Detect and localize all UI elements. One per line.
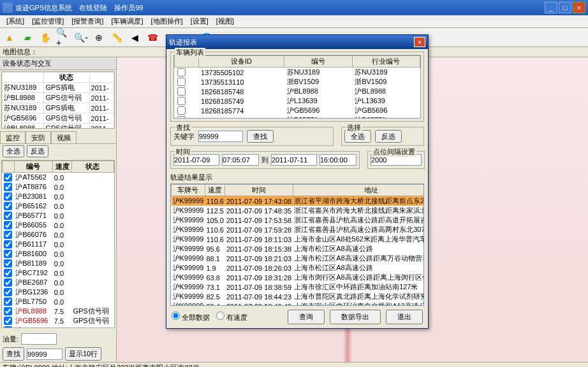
pointer-icon[interactable]: ▲ bbox=[3, 31, 17, 45]
vehicle-row[interactable]: 18268185774沪GB5696沪GB5696 bbox=[175, 106, 420, 115]
result-row[interactable]: 沪K99999110.62011-07-09 18:11:03上海市金山区A8处… bbox=[172, 234, 425, 244]
result-row[interactable]: 沪K99999110.62011-07-09 17:43:08浙江省平湖市跨海大… bbox=[172, 196, 425, 206]
list-item[interactable]: 沪AT88760.0 bbox=[3, 182, 114, 192]
result-row[interactable]: 沪K9999982.52011-07-09 18:44:23上海市普陀区真北路距… bbox=[172, 292, 425, 301]
list-item[interactable]: 沪B611170.0 bbox=[3, 240, 114, 249]
list-item[interactable]: 沪B816000.0 bbox=[3, 249, 114, 259]
measure-icon[interactable]: 📏 bbox=[110, 31, 124, 45]
result-row[interactable]: 沪K9999995.62011-07-09 18:15:38上海市松江区A8高速… bbox=[172, 244, 425, 254]
select-all-button[interactable]: 全选 bbox=[3, 145, 24, 157]
zoom-out-icon[interactable]: 🔍- bbox=[74, 31, 88, 45]
search-button[interactable]: 查找 bbox=[3, 347, 24, 361]
menu-bar: [系统][监控管理][报警查询][车辆调度][地图操作][设置][视图] bbox=[0, 15, 588, 28]
list-item[interactable]: 沪B811890.0 bbox=[3, 259, 114, 268]
tracking-list[interactable]: 编号速度状态沪AT55620.0沪AT88760.0沪B230810.0沪B65… bbox=[1, 160, 115, 328]
query-button[interactable]: 查询 bbox=[288, 310, 325, 324]
oil-input[interactable] bbox=[21, 333, 57, 345]
keyword-input[interactable] bbox=[198, 131, 243, 142]
dialog-title: 轨迹报表 bbox=[169, 38, 197, 47]
vehicle-table[interactable]: 设备ID编号行业编号13735505102苏NU3189苏NU318913735… bbox=[173, 55, 421, 119]
list-item[interactable]: 沪B230810.0 bbox=[3, 192, 114, 201]
menu-item[interactable]: [地图操作] bbox=[147, 15, 187, 27]
result-row[interactable]: 沪K999991.92011-07-09 18:26:03上海市松江区A8高速公… bbox=[172, 263, 425, 273]
minimize-button[interactable]: _ bbox=[545, 2, 557, 13]
menu-item[interactable]: [监控管理] bbox=[28, 15, 68, 27]
track-report-dialog: 轨迹报表 × 车辆列表 设备ID编号行业编号13735505102苏NU3189… bbox=[166, 34, 429, 329]
app-icon bbox=[3, 3, 13, 13]
export-button[interactable]: 数据导出 bbox=[330, 310, 381, 324]
list-item[interactable]: 沪BG12360.0 bbox=[3, 287, 114, 297]
result-row[interactable]: 沪K9999963.82011-07-09 18:31:28上海市闵行区A8高速… bbox=[172, 273, 425, 282]
time-to-input[interactable] bbox=[320, 154, 356, 166]
search-input[interactable] bbox=[27, 349, 62, 360]
device-row[interactable]: 沪BL8988GPS信号弱2011- bbox=[3, 93, 114, 103]
device-list[interactable]: 状态苏NU3189GPS插电2011-沪BL8988GPS信号弱2011-苏NU… bbox=[1, 71, 115, 129]
select-group-label: 选择 bbox=[346, 123, 362, 133]
time-from-input[interactable] bbox=[222, 154, 259, 166]
list-item[interactable]: 沪B660760.0 bbox=[3, 230, 114, 240]
list-item[interactable]: 沪B651620.0 bbox=[3, 201, 114, 211]
list-item[interactable]: 沪BL77500.0 bbox=[3, 297, 114, 306]
maximize-button[interactable]: □ bbox=[559, 2, 571, 13]
list-item[interactable]: 沪BC71920.0 bbox=[3, 268, 114, 278]
dialog-select-inverse-button[interactable]: 反选 bbox=[375, 130, 402, 143]
pan-icon[interactable]: ✋ bbox=[38, 31, 52, 45]
window-title: 途迹GPS信息系统 在线登陆 操作员99 bbox=[15, 3, 143, 13]
radio-all-data[interactable]: 全部数据 bbox=[172, 312, 210, 322]
vehicle-row[interactable]: 18268185745沪B65771沪B65771 bbox=[175, 115, 420, 119]
point-interval-label: 点位间隔设置 bbox=[372, 147, 416, 157]
list-item[interactable]: 沪K999990.0 bbox=[3, 326, 114, 328]
tab[interactable]: 视频 bbox=[51, 131, 77, 143]
list-item[interactable]: 沪B660550.0 bbox=[3, 220, 114, 230]
vehicle-row[interactable]: 13735513110浙BV1509浙BV1509 bbox=[175, 77, 420, 87]
list-item[interactable]: 沪AT55620.0 bbox=[3, 173, 114, 183]
time-group-label: 时间 bbox=[175, 147, 191, 157]
result-row[interactable]: 沪K99999105.02011-07-09 17:53:58浙江省嘉善县沪杭高… bbox=[172, 215, 425, 225]
to-label: 到 bbox=[261, 155, 268, 165]
device-row[interactable]: 苏NU3189GPS插电2011- bbox=[3, 103, 114, 113]
result-row[interactable]: 沪K9999969.42011-07-09 18:49:49上海市宝山区中环沪嘉… bbox=[172, 301, 425, 306]
result-row[interactable]: 沪K99999112.52011-07-09 17:48:35浙江省嘉兴市跨海大… bbox=[172, 206, 425, 215]
dialog-search-button[interactable]: 查找 bbox=[247, 130, 274, 143]
list-item[interactable]: 沪BL89887.5GPS信号弱 bbox=[3, 306, 114, 316]
vehicle-row[interactable]: 18268185748沪BL8988沪BL8988 bbox=[175, 87, 420, 96]
device-row[interactable]: 沪GB5696GPS信号弱2011- bbox=[3, 113, 114, 124]
list-item[interactable]: 沪BE26870.0 bbox=[3, 278, 114, 287]
tab[interactable]: 安防 bbox=[26, 131, 51, 143]
phone-icon[interactable]: ☎ bbox=[145, 31, 159, 45]
menu-item[interactable]: [报警查询] bbox=[68, 15, 107, 27]
search-group-label: 查找 bbox=[175, 123, 191, 133]
vehicle-row[interactable]: 13735505102苏NU3189苏NU3189 bbox=[175, 68, 420, 78]
menu-item[interactable]: [系统] bbox=[3, 15, 28, 27]
radio-has-speed[interactable]: 有速度 bbox=[216, 312, 247, 322]
result-table[interactable]: 车牌号速度时间地址沪K99999110.62011-07-09 17:43:08… bbox=[170, 184, 424, 306]
result-row[interactable]: 沪K9999973.12011-07-09 18:38:59上海市徐汇区中环路距… bbox=[172, 282, 425, 292]
list-item[interactable]: 沪B657710.0 bbox=[3, 211, 114, 220]
show10-button[interactable]: 显示10行 bbox=[65, 347, 101, 361]
device-panel-header: 设备状态与交互 bbox=[0, 57, 116, 70]
vehicle-list-label: 车辆列表 bbox=[175, 48, 205, 57]
dialog-close-button[interactable]: × bbox=[414, 37, 425, 47]
vehicle-row[interactable]: 18268185749沪L13639沪L13639 bbox=[175, 96, 420, 106]
exit-button[interactable]: 退出 bbox=[386, 310, 423, 324]
result-row[interactable]: 沪K9999988.12011-07-09 18:21:03上海市松江区A8高速… bbox=[172, 254, 425, 263]
close-button[interactable]: × bbox=[573, 2, 585, 13]
zoom-full-icon[interactable]: ⊕ bbox=[92, 31, 106, 45]
address-bar: 车牌:沪BL8988 地址:上海市静安区处303米距离南阳小区南82米 bbox=[0, 362, 588, 367]
back-icon[interactable]: ◀ bbox=[128, 31, 142, 45]
result-row[interactable]: 沪K99999110.62011-07-09 17:59:28浙江省嘉善县沪杭高… bbox=[172, 225, 425, 234]
result-label: 轨迹结果显示 bbox=[166, 171, 428, 184]
list-item[interactable]: 沪GB56967.5GPS信号弱 bbox=[3, 316, 114, 326]
tab[interactable]: 监控 bbox=[0, 131, 26, 143]
select-inverse-button[interactable]: 反选 bbox=[27, 145, 48, 157]
device-row[interactable]: 沪BL8988GPS信号弱2011- bbox=[3, 124, 114, 129]
tabs: 监控安防视频 bbox=[0, 131, 116, 144]
menu-item[interactable]: [视图] bbox=[212, 15, 238, 27]
oil-label: 油量: bbox=[3, 335, 18, 344]
device-row[interactable]: 苏NU3189GPS插电2011- bbox=[3, 83, 114, 93]
select-icon[interactable]: ▰ bbox=[20, 31, 34, 45]
date-to-input[interactable] bbox=[271, 154, 317, 166]
menu-item[interactable]: [车辆调度] bbox=[107, 15, 147, 27]
menu-item[interactable]: [设置] bbox=[187, 15, 212, 27]
zoom-in-icon[interactable]: 🔍+ bbox=[56, 31, 70, 45]
